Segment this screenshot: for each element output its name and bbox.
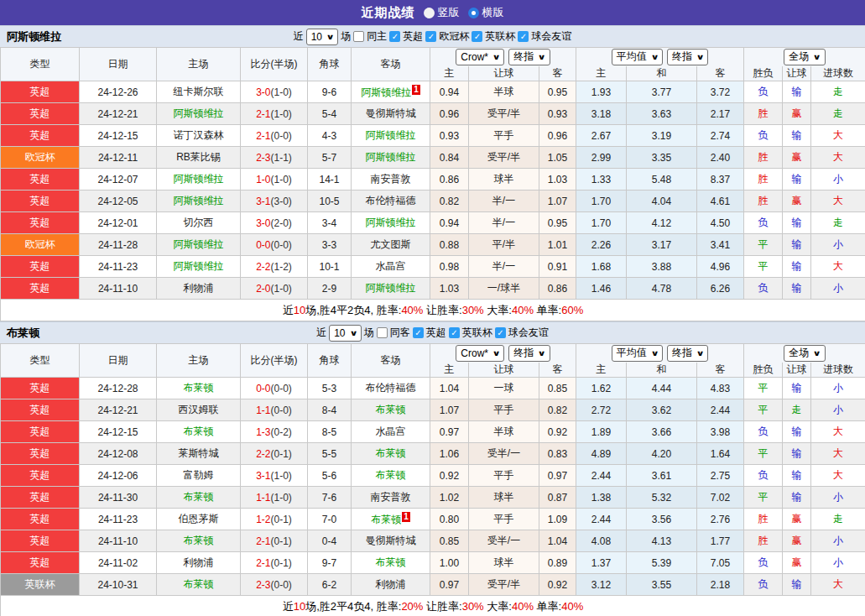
period-select[interactable]: 全场∨: [784, 345, 825, 362]
subcolumn-header: 客: [539, 363, 576, 378]
radio-selected-icon[interactable]: [468, 8, 479, 18]
result-wdl: 负: [744, 552, 783, 574]
radio-vertical-label: 竖版: [438, 5, 460, 20]
league-type-badge: 英联杯: [1, 574, 80, 596]
subcolumn-header: 胜负: [744, 363, 783, 378]
layout-vertical-option[interactable]: 竖版: [424, 5, 460, 20]
corners: 3-3: [308, 234, 352, 256]
result-group-header: 全场∨: [744, 48, 865, 66]
league-checkbox-2[interactable]: ✓: [472, 31, 482, 42]
avg-type-select[interactable]: 平均值∨: [612, 49, 663, 65]
league-checkbox-1[interactable]: ✓: [449, 327, 460, 338]
odds-company-select[interactable]: Crow*∨: [456, 49, 504, 65]
league-type-badge: 英超: [1, 103, 80, 125]
match-date: 24-11-10: [80, 278, 157, 300]
match-count-select[interactable]: 10∨: [306, 29, 339, 45]
away-team: 曼彻斯特城: [352, 530, 430, 552]
avg-draw-odds: 4.20: [627, 443, 697, 465]
score: 1-1(1-0): [241, 487, 308, 509]
result-wdl: 负: [744, 125, 783, 147]
league-checkbox-2[interactable]: ✓: [495, 327, 506, 338]
column-header: 日期: [80, 344, 157, 378]
handicap: 受半/一: [469, 530, 539, 552]
result-handicap: 赢: [783, 147, 811, 169]
handicap: 平/半: [469, 234, 539, 256]
match-date: 24-12-05: [80, 191, 157, 212]
match-count-select[interactable]: 10∨: [329, 325, 362, 342]
home-team: 阿斯顿维拉: [157, 191, 241, 212]
summary-text: 近10场,胜2平4负4, 胜率:20% 让胜率:30% 大率:40% 单率:40…: [1, 596, 865, 616]
league-checkbox-0[interactable]: ✓: [413, 327, 424, 338]
match-date: 24-12-21: [80, 103, 157, 125]
avg-away-odds: 7.02: [697, 487, 744, 509]
chevron-down-icon: ∨: [492, 53, 501, 61]
corners: 2-9: [308, 278, 352, 300]
match-date: 24-12-21: [80, 399, 157, 421]
league-type-badge: 英超: [1, 465, 80, 487]
match-date: 24-12-28: [80, 378, 157, 399]
home-odds: 0.84: [430, 147, 469, 169]
score: 0-0(0-0): [241, 234, 308, 256]
avg-draw-odds: 3.55: [627, 574, 697, 596]
same-venue-checkbox[interactable]: [353, 31, 364, 42]
away-odds: 0.87: [539, 487, 576, 509]
result-goals: 大: [811, 256, 865, 278]
home-odds: 1.07: [430, 399, 469, 421]
odds-company-select[interactable]: Crow*∨: [456, 345, 504, 362]
avg-home-odds: 1.93: [576, 81, 627, 103]
away-team: 水晶宫: [352, 256, 430, 278]
period-select[interactable]: 全场∨: [784, 49, 825, 65]
odds-time-select[interactable]: 终指∨: [508, 345, 550, 362]
corners: 7-6: [308, 487, 352, 509]
avg-type-select[interactable]: 平均值∨: [612, 345, 663, 362]
table-row: 英超 24-12-28 布莱顿 0-0(0-0) 5-3 布伦特福德 1.04 …: [1, 378, 865, 399]
radio-unselected-icon[interactable]: [424, 8, 435, 18]
chevron-down-icon: ∨: [326, 33, 335, 41]
layout-horizontal-option[interactable]: 横版: [468, 5, 504, 20]
result-goals: 走: [811, 509, 865, 530]
handicap: 一球: [469, 378, 539, 399]
same-venue-checkbox[interactable]: [377, 327, 388, 338]
table-row: 英超 24-12-15 诺丁汉森林 2-1(0-0) 4-3 阿斯顿维拉 0.9…: [1, 125, 865, 147]
corners: 5-5: [308, 443, 352, 465]
score: 1-3(0-2): [241, 421, 308, 443]
league-checkbox-3[interactable]: ✓: [518, 31, 529, 42]
team-name: 布莱顿: [7, 322, 39, 344]
result-wdl: 平: [744, 487, 783, 509]
away-odds: 0.85: [539, 378, 576, 399]
result-wdl: 平: [744, 443, 783, 465]
home-odds: 0.80: [430, 509, 469, 530]
subcolumn-header: 主: [576, 66, 627, 81]
corners: 0-4: [308, 530, 352, 552]
league-type-badge: 欧冠杯: [1, 234, 80, 256]
avg-home-odds: 4.08: [576, 530, 627, 552]
home-odds: 0.92: [430, 465, 469, 487]
result-wdl: 负: [744, 574, 783, 596]
match-date: 24-11-30: [80, 487, 157, 509]
away-team: 布莱顿: [352, 443, 430, 465]
avg-time-select[interactable]: 终指∨: [667, 49, 708, 65]
home-odds: 0.96: [430, 103, 469, 125]
match-date: 24-12-07: [80, 169, 157, 191]
score: 2-2(1-2): [241, 256, 308, 278]
away-team: 布伦特福德: [352, 191, 430, 212]
league-checkbox-1[interactable]: ✓: [425, 31, 436, 42]
away-odds: 0.97: [539, 465, 576, 487]
match-date: 24-11-23: [80, 256, 157, 278]
result-wdl: 胜: [744, 530, 783, 552]
column-header: 比分(半场): [241, 344, 308, 378]
avg-time-select[interactable]: 终指∨: [667, 345, 708, 362]
corners: 14-1: [308, 169, 352, 191]
away-team: 布莱顿: [352, 399, 430, 421]
home-odds: 0.93: [430, 125, 469, 147]
result-goals: 走: [811, 103, 865, 125]
handicap: 半/一: [469, 212, 539, 234]
column-header: 角球: [308, 48, 352, 81]
league-checkbox-0[interactable]: ✓: [389, 31, 400, 42]
table-row: 英超 24-11-30 布莱顿 1-1(1-0) 7-6 南安普敦 1.02 球…: [1, 487, 865, 509]
result-wdl: 负: [744, 278, 783, 300]
corners: 5-7: [308, 147, 352, 169]
subcolumn-header: 进球数: [811, 66, 865, 81]
away-odds: 1.07: [539, 191, 576, 212]
odds-time-select[interactable]: 终指∨: [508, 49, 550, 65]
